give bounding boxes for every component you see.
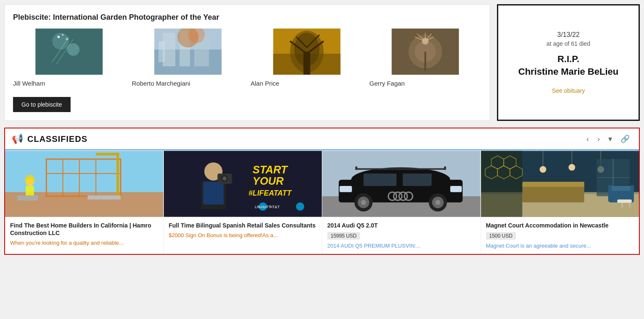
obituary-name: Christine Marie BeLieu xyxy=(518,66,618,77)
svg-rect-80 xyxy=(450,186,462,192)
classified-item-att[interactable]: START YOUR #LIFEATATT AT&T LifeAtATT Ful… xyxy=(164,150,323,254)
classified-content-audi: 2014 Audi Q5 2.0T 15995 USD 2014 AUDI Q5… xyxy=(322,217,481,254)
photographers-grid: Jill Welham Roberto Marchegiani xyxy=(13,29,481,87)
svg-rect-67 xyxy=(363,173,397,186)
classifieds-section: 📢 CLASSIFIEDS ‹ › ▾ 🔗 xyxy=(4,128,640,255)
classified-img-magnet xyxy=(481,150,639,217)
svg-point-6 xyxy=(62,34,63,36)
photographer-name-alan: Alan Price xyxy=(251,80,363,87)
svg-rect-109 xyxy=(621,203,623,208)
photographer-img-gerry xyxy=(369,29,481,75)
obituary-died-text: at age of 61 died xyxy=(547,40,590,47)
svg-rect-110 xyxy=(628,203,630,208)
svg-text:#LIFEATATT: #LIFEATATT xyxy=(248,189,292,197)
megaphone-icon: 📢 xyxy=(12,133,23,144)
classifieds-link-button[interactable]: 🔗 xyxy=(618,133,632,144)
classified-desc-att: $2000 Sign On Bonus is being offered!As … xyxy=(169,232,317,239)
svg-rect-42 xyxy=(116,153,119,198)
obituary-date: 3/13/22 xyxy=(557,31,579,39)
photographer-alan[interactable]: Alan Price xyxy=(251,29,363,87)
classified-content-att: Full Time Bilingual Spanish Retail Sales… xyxy=(164,217,322,243)
plebiscite-card: Plebiscite: International Garden Photogr… xyxy=(4,4,490,121)
obituary-rip: R.I.P. xyxy=(557,54,579,65)
obituary-card: 3/13/22 at age of 61 died R.I.P. Christi… xyxy=(497,4,640,121)
photographer-img-roberto xyxy=(132,29,244,75)
svg-text:LifeAtATT: LifeAtATT xyxy=(255,205,271,209)
classified-item-magnet[interactable]: Magnet Court Accommodation in Newcastle … xyxy=(481,150,639,254)
svg-rect-48 xyxy=(88,196,121,200)
classified-item-audi[interactable]: 2014 Audi Q5 2.0T 15995 USD 2014 AUDI Q5… xyxy=(322,150,481,254)
svg-point-71 xyxy=(361,200,366,205)
classified-content-magnet: Magnet Court Accommodation in Newcastle … xyxy=(481,217,639,254)
svg-point-55 xyxy=(222,176,226,180)
classified-item-construction[interactable]: Find The Best Home Builders In Californi… xyxy=(5,150,164,254)
svg-point-74 xyxy=(435,200,440,205)
classified-img-audi xyxy=(322,150,481,217)
photographer-roberto[interactable]: Roberto Marchegiani xyxy=(132,29,244,87)
classified-desc-magnet: Magnet Court is an agreeable and secure.… xyxy=(486,242,634,250)
svg-rect-47 xyxy=(17,196,38,201)
photographer-name-gerry: Gerry Fagan xyxy=(369,80,481,87)
svg-rect-52 xyxy=(203,182,223,204)
obituary-link[interactable]: See obituary xyxy=(552,87,585,94)
svg-point-60 xyxy=(296,202,304,211)
svg-rect-106 xyxy=(608,185,611,201)
svg-rect-82 xyxy=(355,167,357,170)
classified-title-att: Full Time Bilingual Spanish Retail Sales… xyxy=(169,222,317,229)
svg-rect-13 xyxy=(158,41,165,62)
svg-rect-107 xyxy=(630,185,633,201)
svg-rect-88 xyxy=(522,182,584,187)
classifieds-header: 📢 CLASSIFIEDS ‹ › ▾ 🔗 xyxy=(5,128,639,150)
photographer-name-jill: Jill Welham xyxy=(13,80,125,87)
svg-rect-79 xyxy=(339,186,352,192)
svg-text:START: START xyxy=(252,164,288,175)
svg-text:YOUR: YOUR xyxy=(252,175,284,187)
classifieds-next-button[interactable]: › xyxy=(595,134,602,144)
classified-desc-audi: 2014 AUDI Q5 PREMIUM PLUSVIN:... xyxy=(327,242,476,250)
svg-point-2 xyxy=(67,43,79,56)
classified-title-construction: Find The Best Home Builders In Californi… xyxy=(10,222,158,237)
svg-point-5 xyxy=(57,36,60,38)
svg-rect-43 xyxy=(96,153,119,155)
svg-text:AT&T: AT&T xyxy=(269,204,279,209)
classifieds-title: CLASSIFIEDS xyxy=(27,134,580,144)
svg-point-96 xyxy=(539,166,546,173)
svg-rect-81 xyxy=(355,168,446,170)
classified-content-construction: Find The Best Home Builders In Californi… xyxy=(5,217,163,251)
svg-rect-83 xyxy=(444,167,446,170)
classified-price-audi: 15995 USD xyxy=(327,232,360,240)
svg-point-98 xyxy=(568,164,575,171)
svg-rect-68 xyxy=(403,173,432,186)
photographer-img-jill xyxy=(13,29,125,75)
classified-price-magnet: 1500 USD xyxy=(486,232,516,240)
classifieds-dropdown-button[interactable]: ▾ xyxy=(606,133,615,144)
svg-rect-20 xyxy=(303,52,310,75)
photographer-img-alan xyxy=(251,29,363,75)
go-to-plebiscite-button[interactable]: Go to plebiscite xyxy=(13,97,71,112)
classifieds-nav: ‹ › ▾ 🔗 xyxy=(584,133,632,144)
photographer-jill[interactable]: Jill Welham xyxy=(13,29,125,87)
svg-rect-34 xyxy=(425,52,426,71)
classified-img-construction xyxy=(5,150,163,217)
svg-point-7 xyxy=(66,38,68,40)
classified-title-magnet: Magnet Court Accommodation in Newcastle xyxy=(486,222,634,229)
svg-point-1 xyxy=(52,33,69,50)
classified-desc-construction: When you're looking for a quality and re… xyxy=(10,239,158,247)
svg-point-33 xyxy=(422,38,429,44)
classifieds-grid: Find The Best Home Builders In Californi… xyxy=(5,150,639,254)
svg-point-46 xyxy=(25,175,35,185)
svg-rect-105 xyxy=(609,186,633,191)
photographer-name-roberto: Roberto Marchegiani xyxy=(132,80,244,87)
svg-rect-108 xyxy=(617,199,631,203)
classified-img-att: START YOUR #LIFEATATT AT&T LifeAtATT xyxy=(164,150,322,217)
classified-title-audi: 2014 Audi Q5 2.0T xyxy=(327,222,476,229)
plebiscite-title: Plebiscite: International Garden Photogr… xyxy=(13,13,481,22)
photographer-gerry[interactable]: Gerry Fagan xyxy=(369,29,481,87)
classifieds-prev-button[interactable]: ‹ xyxy=(584,134,591,144)
